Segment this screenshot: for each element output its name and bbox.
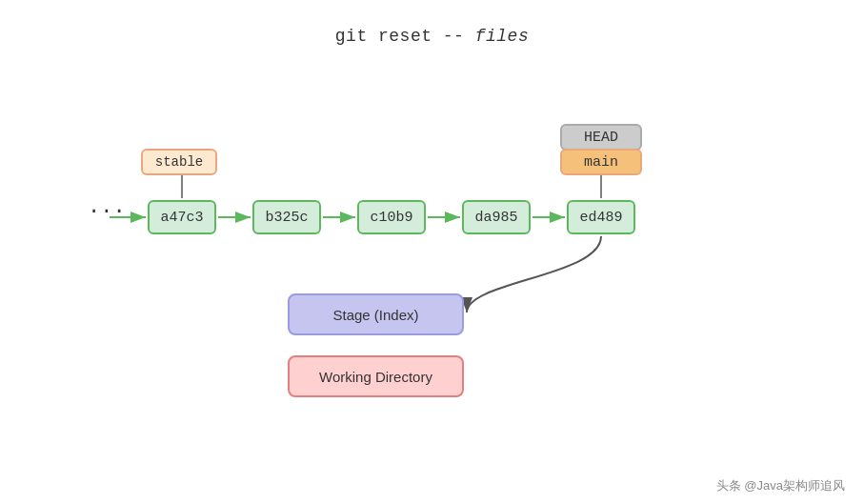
commit-b325c: b325c: [252, 200, 321, 234]
commit-c10b9: c10b9: [357, 200, 426, 234]
connector-svg: [0, 0, 864, 504]
ellipsis: ···: [88, 200, 126, 224]
diagram-container: git reset -- files ··· 头条 @Java架构师追风 a47…: [0, 0, 864, 504]
watermark: 头条 @Java架构师追风: [716, 477, 845, 494]
commit-a47c3: a47c3: [148, 200, 216, 234]
label-stable: stable: [141, 149, 217, 175]
title-italic: files: [475, 27, 530, 46]
label-head: HEAD: [560, 124, 642, 151]
page-title: git reset -- files: [335, 27, 529, 46]
box-workdir: Working Directory: [288, 355, 464, 397]
label-main: main: [560, 149, 642, 175]
box-stage: Stage (Index): [288, 293, 464, 335]
commit-da985: da985: [462, 200, 531, 234]
commit-ed489: ed489: [567, 200, 635, 234]
title-prefix: git reset --: [335, 27, 475, 46]
